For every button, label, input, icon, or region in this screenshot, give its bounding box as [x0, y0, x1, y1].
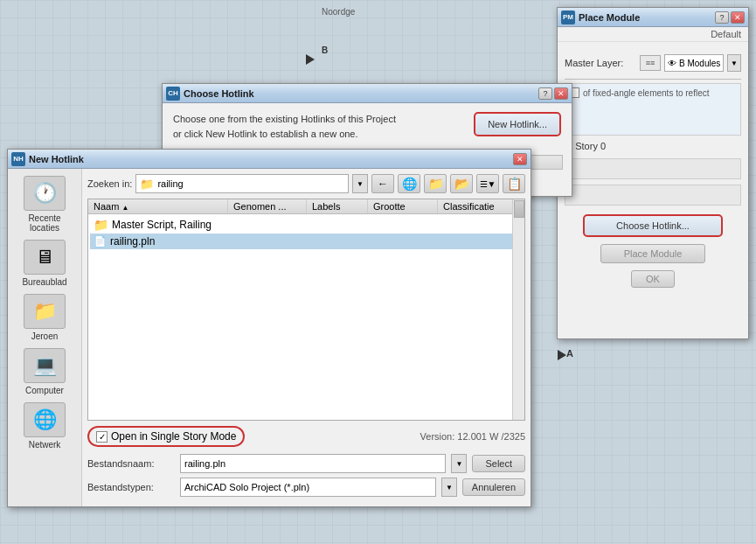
- new-hotlink-body: 🕐 Recente locaties 🖥 Bureaublad 📁 Jeroen…: [8, 169, 531, 506]
- file-list-container: Naam ▲ Genomen ... Labels Grootte Classi…: [87, 199, 525, 421]
- sidebar-item-jeroen[interactable]: 📁 Jeroen: [14, 294, 75, 341]
- place-module-title-icon: PM: [561, 10, 575, 24]
- path-label: Zoeken in:: [87, 178, 132, 189]
- canvas-arrow-1: [306, 54, 315, 65]
- toolbar-back-btn[interactable]: ←: [371, 174, 394, 193]
- annuleren-button[interactable]: Annuleren: [462, 478, 525, 496]
- sort-icon: ▲: [121, 204, 128, 212]
- new-hotlink-window: NH New Hotlink ✕ 🕐 Recente locaties 🖥 Bu…: [7, 149, 531, 507]
- choose-hotlink-help-btn[interactable]: ?: [538, 87, 552, 100]
- close-button[interactable]: ✕: [731, 11, 745, 24]
- choose-hotlink-title: Choose Hotlink: [184, 88, 535, 99]
- file-item-name: railing.pln: [110, 235, 155, 248]
- ok-button[interactable]: OK: [631, 270, 675, 288]
- canvas-arrow-3: [558, 350, 566, 360]
- col-naam: Naam ▲: [88, 199, 228, 213]
- place-module-controls: ? ✕: [715, 11, 745, 24]
- sidebar-item-netwerk[interactable]: 🌐 Netwerk: [14, 402, 75, 450]
- netwerk-icon: 🌐: [24, 402, 66, 437]
- col-naam-text: Naam: [94, 201, 119, 212]
- canvas-label-b: B: [322, 45, 328, 55]
- jeroen-icon: 📁: [24, 294, 66, 329]
- toolbar-web-btn[interactable]: 🌐: [398, 174, 420, 193]
- toolbar-view-btn[interactable]: ☰▼: [476, 174, 499, 193]
- recente-label: Recente locaties: [14, 213, 75, 233]
- sidebar-item-recente[interactable]: 🕐 Recente locaties: [14, 176, 75, 233]
- open-single-story-label: Open in Single Story Mode: [111, 430, 236, 443]
- recente-icon: 🕐: [24, 176, 66, 211]
- choose-hotlink-button[interactable]: Choose Hotlink...: [583, 214, 723, 237]
- choose-hotlink-body: Choose one from the existing Hotlinks of…: [163, 103, 572, 150]
- folder-icon-master: 📁: [94, 218, 108, 232]
- master-layer-label: Master Layer:: [565, 58, 635, 68]
- default-label: Default: [558, 27, 748, 42]
- sidebar-panel: 🕐 Recente locaties 🖥 Bureaublad 📁 Jeroen…: [8, 169, 82, 506]
- folder-item-name: Master Script, Railing: [112, 219, 212, 231]
- file-icon-railing: 📄: [94, 235, 107, 248]
- choose-hotlink-desc-area: Choose one from the existing Hotlinks of…: [173, 112, 463, 141]
- scrollbar[interactable]: [512, 199, 524, 420]
- place-module-button[interactable]: Place Module: [600, 244, 705, 263]
- bureaublad-label: Bureaublad: [22, 277, 66, 287]
- folder-item-master[interactable]: 📁 Master Script, Railing: [90, 216, 523, 234]
- file-list-header: Naam ▲ Genomen ... Labels Grootte Classi…: [88, 199, 524, 214]
- main-panel: Zoeken in: 📁 railing ▼ ← 🌐 📁 📂 ☰▼ 📋 Na: [82, 169, 531, 506]
- choose-hotlink-desc2: or click New Hotlink to establish a new …: [173, 127, 463, 142]
- new-hotlink-title-icon: NH: [11, 152, 25, 166]
- ok-cancel-row: OK: [565, 270, 741, 288]
- filename-input[interactable]: railing.pln: [180, 454, 446, 473]
- col-grootte: Grootte: [368, 199, 438, 213]
- choose-hotlink-titlebar: CH Choose Hotlink ? ✕: [163, 84, 572, 103]
- filetype-input[interactable]: ArchiCAD Solo Project (*.pln): [180, 478, 436, 497]
- separator-1: [565, 79, 741, 80]
- place-module-title: Place Module: [579, 12, 711, 23]
- place-module-titlebar: PM Place Module ? ✕: [558, 8, 748, 27]
- file-item-railing[interactable]: 📄 railing.pln: [90, 234, 523, 249]
- filename-dropdown[interactable]: ▼: [451, 454, 467, 473]
- layer-dropdown-arrow[interactable]: ▼: [727, 54, 741, 72]
- filetype-value: ArchiCAD Solo Project (*.pln): [184, 482, 309, 492]
- choose-hotlink-close-btn[interactable]: ✕: [554, 87, 568, 100]
- section-text: of fixed-angle elements to reflect: [583, 88, 710, 98]
- new-hotlink-title: New Hotlink: [29, 154, 510, 164]
- help-button[interactable]: ?: [715, 11, 729, 24]
- sidebar-item-computer[interactable]: 💻 Computer: [14, 348, 75, 395]
- new-hotlink-titlebar: NH New Hotlink ✕: [8, 150, 531, 169]
- new-hotlink-button[interactable]: New Hotlink...: [474, 112, 561, 136]
- new-hotlink-close-btn[interactable]: ✕: [513, 153, 527, 165]
- netwerk-label: Netwerk: [29, 440, 61, 450]
- path-input[interactable]: 📁 railing: [135, 174, 349, 193]
- toolbar-info-btn[interactable]: 📋: [503, 174, 525, 193]
- select-button[interactable]: Select: [472, 455, 525, 472]
- computer-label: Computer: [25, 386, 64, 395]
- toolbar-newfolder-btn[interactable]: 📂: [450, 174, 473, 193]
- path-row: Zoeken in: 📁 railing ▼ ← 🌐 📁 📂 ☰▼ 📋: [87, 174, 525, 193]
- bureaublad-icon: 🖥: [24, 240, 66, 275]
- filename-value: railing.pln: [184, 458, 225, 469]
- filetype-dropdown[interactable]: ▼: [441, 478, 457, 497]
- layer-icon: ≡≡: [640, 55, 661, 71]
- new-hotlink-controls: ✕: [513, 153, 527, 165]
- eye-icon: 👁: [665, 59, 679, 68]
- file-list-body: 📁 Master Script, Railing 📄 railing.pln: [88, 214, 524, 251]
- toolbar-folder-btn[interactable]: 📁: [424, 174, 447, 193]
- canvas-label-noord: Noordge: [322, 7, 355, 17]
- version-text: Version: 12.001 W /2325: [420, 431, 525, 442]
- checkbox-placeholder-area: of fixed-angle elements to reflect: [565, 83, 741, 136]
- layer-name: B Modules: [679, 59, 723, 68]
- scrollbar-thumb[interactable]: [514, 200, 524, 218]
- path-dropdown-arrow[interactable]: ▼: [352, 174, 368, 193]
- col-labels: Labels: [307, 199, 368, 213]
- computer-icon: 💻: [24, 348, 66, 383]
- sidebar-item-bureaublad[interactable]: 🖥 Bureaublad: [14, 240, 75, 287]
- open-single-story-checkbox[interactable]: ✓: [96, 431, 108, 443]
- angle-input[interactable]: [565, 185, 741, 206]
- choose-hotlink-controls: ? ✕: [538, 87, 568, 100]
- place-module-content: Master Layer: ≡≡ 👁 B Modules ▼ of fixed-…: [558, 47, 748, 295]
- story-input[interactable]: [565, 158, 741, 179]
- checkbox-row: ✓ Open in Single Story Mode Version: 12.…: [87, 426, 525, 447]
- master-layer-control: ≡≡ 👁 B Modules ▼: [640, 54, 741, 72]
- filename-label: Bestandsnaam:: [87, 458, 175, 469]
- choose-hotlink-title-icon: CH: [166, 87, 180, 101]
- choose-hotlink-desc1: Choose one from the existing Hotlinks of…: [173, 112, 463, 127]
